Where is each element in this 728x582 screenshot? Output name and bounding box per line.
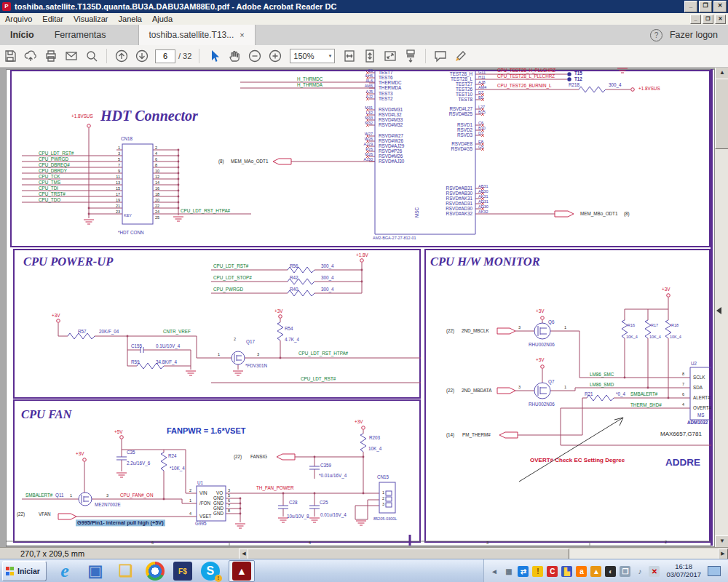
horizontal-scrollbar[interactable]: ◀ ▶ — [239, 549, 728, 559]
tray-icon-ccleaner[interactable]: C — [547, 566, 558, 577]
taskbar-app-file-explorer[interactable]: ❏ — [115, 561, 137, 581]
section-hdt-frame — [10, 70, 711, 247]
highlighter-icon[interactable] — [451, 47, 471, 65]
zoom-in-icon[interactable] — [265, 47, 285, 65]
page-total-label: / 32 — [178, 52, 191, 60]
tray-icon-antivirus[interactable]: a — [576, 566, 587, 577]
windows-flag-icon — [6, 567, 15, 575]
title-hdt: HDT Connector — [100, 108, 198, 124]
menu-bar: Arquivo Editar Visualizar Janela Ajuda _… — [0, 13, 728, 25]
system-tray: ◄▦⇄!C▙a▲◐❐♪✕ 16:18 03/07/2017 — [483, 559, 728, 582]
status-bar: 270,7 x 209,5 mm ◀ ▶ — [0, 547, 728, 559]
menu-janela[interactable]: Janela — [114, 15, 147, 23]
search-icon[interactable] — [82, 47, 102, 65]
clock-date: 03/07/2017 — [666, 571, 701, 579]
pdf-file-icon: P — [2, 2, 11, 11]
sign-in-link[interactable]: Fazer logon — [670, 30, 718, 40]
help-icon[interactable]: ? — [650, 29, 662, 41]
menu-visualizar[interactable]: Visualizar — [68, 15, 114, 23]
fullscreen-icon[interactable] — [380, 47, 400, 65]
taskbar: Iniciar e▣❏F$S!▲ ◄▦⇄!C▙a▲◐❐♪✕ 16:18 03/0… — [0, 559, 728, 582]
tab-bar: Início Ferramentas toshiba.satellite.T13… — [0, 25, 728, 45]
taskbar-app-adobe-reader[interactable]: ▲ — [232, 562, 251, 581]
taskbar-app-chrome[interactable] — [146, 562, 165, 581]
toolbar: / 32 150% ▾ — [0, 45, 728, 68]
vertical-scroll-thumb[interactable] — [715, 79, 728, 149]
taskbar-app-finance[interactable]: F$ — [173, 562, 192, 581]
doc-close-button[interactable]: ✕ — [715, 15, 726, 24]
tray-icons: ◄▦⇄!C▙a▲◐❐♪✕ — [488, 566, 660, 577]
page-edge-bar — [711, 69, 713, 546]
tray-icon-security-alert[interactable]: ! — [532, 566, 543, 577]
doc-restore-button[interactable]: ❐ — [703, 15, 713, 24]
close-button[interactable]: ✕ — [713, 1, 727, 12]
menu-arquivo[interactable]: Arquivo — [0, 15, 37, 23]
taskbar-apps: e▣❏F$S!▲ — [54, 560, 255, 582]
cloud-upload-icon[interactable] — [20, 47, 41, 65]
section-powerup-frame — [13, 249, 421, 399]
minimize-button[interactable]: _ — [684, 1, 697, 12]
title-fan: CPU FAN — [21, 407, 72, 422]
page-dimensions: 270,7 x 209,5 mm — [0, 549, 239, 558]
section-fan-frame — [13, 399, 421, 543]
taskbar-app-computer[interactable]: ▣ — [84, 561, 106, 581]
tab-close-icon[interactable]: × — [240, 25, 244, 45]
page-number-input[interactable] — [155, 49, 175, 63]
tray-icon-window-app[interactable]: ❐ — [620, 566, 630, 577]
comment-icon[interactable] — [430, 47, 451, 65]
tray-icon-teamviewer[interactable]: ⇄ — [518, 566, 529, 577]
clock[interactable]: 16:18 03/07/2017 — [663, 563, 704, 579]
fit-page-icon[interactable] — [360, 47, 380, 65]
print-icon[interactable] — [41, 47, 61, 65]
menu-editar[interactable]: Editar — [37, 15, 68, 23]
skype-badge: ! — [215, 575, 222, 582]
tab-ferramentas[interactable]: Ferramentas — [44, 25, 116, 45]
taskbar-app-internet-explorer[interactable]: e — [54, 561, 76, 581]
tray-icon-gauge[interactable]: ◐ — [605, 566, 616, 577]
hand-tool-icon[interactable] — [224, 47, 245, 65]
chevron-down-icon: ▾ — [329, 53, 332, 59]
tray-icon-printer[interactable]: ▦ — [503, 566, 514, 577]
title-monitor: CPU H/W MONITOR — [430, 255, 540, 269]
title-powerup: CPU POWER-UP — [23, 255, 113, 269]
next-page-icon[interactable] — [132, 47, 152, 65]
save-icon[interactable] — [0, 47, 20, 65]
start-button[interactable]: Iniciar — [2, 561, 47, 581]
previous-page-icon[interactable] — [111, 47, 132, 65]
tray-icon-volume[interactable]: ♪ — [634, 566, 645, 577]
pane-handle-icon[interactable] — [716, 307, 721, 314]
start-button-label: Iniciar — [17, 567, 40, 575]
section-monitor-frame — [424, 249, 711, 543]
maximize-button[interactable]: ❐ — [699, 1, 712, 12]
window-title: toshiba.satellite.T135D.quanta.BU3A.DABU… — [15, 2, 336, 11]
menu-ajuda[interactable]: Ajuda — [147, 15, 178, 23]
tab-document[interactable]: toshiba.satellite.T13... × — [138, 25, 256, 45]
tab-document-label: toshiba.satellite.T13... — [149, 25, 234, 45]
show-desktop-button[interactable] — [708, 566, 721, 576]
scroll-mode-icon[interactable] — [400, 47, 421, 65]
select-tool-icon[interactable] — [204, 47, 224, 65]
tray-icon-updater[interactable]: ▲ — [590, 566, 601, 577]
doc-minimize-button[interactable]: _ — [690, 15, 701, 24]
taskbar-app-skype[interactable]: S! — [201, 562, 220, 581]
tray-icon-hidden-icons[interactable]: ◄ — [488, 566, 499, 577]
zoom-level-dropdown[interactable]: 150% ▾ — [290, 49, 335, 63]
email-icon[interactable] — [61, 47, 82, 65]
title-bar: P toshiba.satellite.T135D.quanta.BU3A.DA… — [0, 0, 728, 13]
zoom-out-icon[interactable] — [245, 47, 265, 65]
fit-width-icon[interactable] — [339, 47, 360, 65]
tray-icon-utility[interactable]: ▙ — [561, 566, 572, 577]
tab-inicio[interactable]: Início — [0, 25, 44, 45]
zoom-level-value: 150% — [293, 52, 314, 60]
tray-icon-network-error[interactable]: ✕ — [649, 566, 660, 577]
